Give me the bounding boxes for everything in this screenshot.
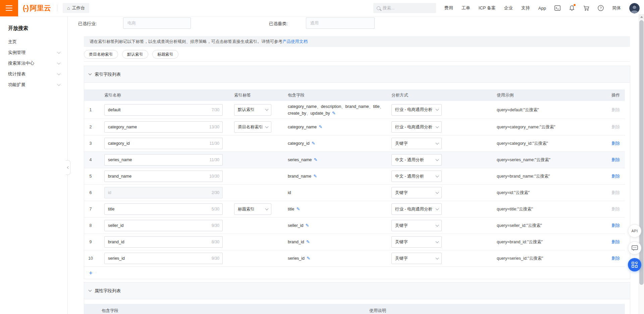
included-fields-text: create_by、update_by [288,111,330,115]
sidebar-item-label: 实例管理 [8,50,25,56]
chevron-down-icon [436,256,439,259]
category-value-input[interactable]: 通用 [306,17,375,29]
edit-icon[interactable]: ✎ [306,239,310,244]
menu-item-icp[interactable]: ICP 备案 [479,5,496,11]
sidebar: 开放搜索 主页实例管理搜索算法中心统计报表功能扩展 [0,16,68,314]
topbar: (-) 阿里云 ⌂ 工作台 搜索... 费用 工单 ICP 备案 企业 支持 A… [0,0,644,16]
analysis-method-select[interactable]: 关键字 [391,236,442,248]
dashboard-icon [632,262,638,268]
index-name-input[interactable] [104,220,223,231]
cart-icon[interactable] [583,5,589,11]
qr-dashboard-floating-button[interactable] [628,258,641,271]
delete-link[interactable]: 删除 [611,157,620,163]
index-table-row-10: 109/30series_id✎关键字query=series_id:"云搜索"… [84,250,625,267]
usage-example: query=title:"云搜索" [497,206,533,212]
index-fields-panel-title: 索引字段列表 [95,71,121,77]
user-avatar[interactable] [629,3,640,13]
edit-icon[interactable]: ✎ [296,206,300,211]
attribute-panel-header[interactable]: 属性字段列表 [84,282,630,299]
col-index-tag: 索引标签 [234,92,251,98]
edit-icon[interactable]: ✎ [307,256,310,261]
index-name-input[interactable] [104,154,223,166]
index-name-input[interactable] [104,171,223,182]
delete-link[interactable]: 删除 [611,174,620,179]
industry-value-input[interactable]: 电商 [123,17,191,29]
chevron-down-icon [57,72,61,75]
index-fields-panel: 索引字段列表 索引名称 索引标签 包含字段 分析方式 使用示例 操作 17/30… [84,66,630,279]
attribute-fields-panel: 属性字段列表 包含字段 使用说明 [84,282,630,314]
tag-pill-0[interactable]: 类目名称索引 [84,50,118,59]
analysis-method-select[interactable]: 关键字 [391,253,442,264]
workbench-button[interactable]: ⌂ 工作台 [63,3,89,13]
index-name-input[interactable] [104,253,223,264]
menu-item-billing[interactable]: 费用 [444,5,453,11]
edit-icon[interactable]: ✎ [313,174,317,179]
scroll-up-button[interactable] [639,14,644,19]
help-icon[interactable]: ? [598,5,604,11]
menu-item-tickets[interactable]: 工单 [462,5,470,11]
analysis-method-select[interactable]: 中文 - 通用分析 [391,154,442,166]
index-name-input[interactable] [104,236,223,248]
tag-pill-2[interactable]: 标题索引 [152,50,178,59]
menu-item-enterprise[interactable]: 企业 [504,5,513,11]
analysis-method-select[interactable]: 关键字 [391,187,442,198]
included-fields-text: seller_id [288,223,304,228]
sidebar-collapse-button[interactable] [66,160,70,175]
aliyun-logo[interactable]: (-) 阿里云 [23,3,51,13]
sidebar-item-0[interactable]: 主页 [0,37,67,47]
delete-link[interactable]: 删除 [611,223,620,229]
edit-icon[interactable]: ✎ [306,223,309,228]
sidebar-item-1[interactable]: 实例管理 [0,47,67,58]
add-field-button[interactable]: + [89,270,93,276]
menu-item-support[interactable]: 支持 [521,5,530,11]
char-count: 9/30 [212,223,219,228]
topbar-search-input[interactable]: 搜索... [373,3,436,13]
sidebar-item-2[interactable]: 搜索算法中心 [0,58,67,69]
index-name-input[interactable] [104,104,223,116]
chevron-down-icon [265,125,269,128]
hint-bar: 请在索引标签列标记以下标签，以生成查询分析规则、排序策略，可点击标签直接生成索引… [84,36,630,47]
analysis-method-select[interactable]: 关键字 [391,220,442,231]
edit-icon[interactable]: ✎ [332,110,336,115]
api-floating-button[interactable]: API [628,224,641,238]
row-number: 3 [86,141,95,146]
index-fields-panel-header[interactable]: 索引字段列表 [84,66,630,83]
delete-link: 删除 [611,124,620,130]
analysis-method-select[interactable]: 行业 - 电商通用分析 [391,104,442,116]
index-tag-select[interactable]: 标题索引 [234,203,271,215]
sidebar-item-label: 功能扩展 [8,82,25,88]
tag-pill-1[interactable]: 默认索引 [122,50,148,59]
analysis-method-select[interactable]: 中文 - 通用分析 [391,171,442,182]
notifications-bell-icon[interactable] [569,5,575,11]
menu-item-app[interactable]: App [538,6,546,11]
index-table-row-9: 98/30brand_id✎关键字query=brand_id:"云搜索"删除 [84,234,625,250]
edit-icon[interactable]: ✎ [314,157,318,162]
cloudshell-terminal-icon[interactable] [554,5,560,11]
edit-icon[interactable]: ✎ [312,141,315,146]
index-name-input[interactable] [104,138,223,149]
sidebar-item-3[interactable]: 统计报表 [0,69,67,79]
doc-link[interactable]: 产品使用文档 [282,39,308,45]
language-switcher[interactable]: 简体 [612,5,621,11]
delete-link[interactable]: 删除 [611,256,620,261]
analysis-method-select[interactable]: 行业 - 电商通用分析 [391,203,442,215]
char-count: 8/30 [212,240,219,244]
row-number: 6 [86,190,95,195]
edit-icon[interactable]: ✎ [319,124,322,129]
analysis-method-select[interactable]: 行业 - 电商通用分析 [391,121,442,133]
analysis-method-value: 关键字 [395,256,408,261]
usage-example: query=brand_name:"云搜索" [497,174,550,179]
index-tag-select[interactable]: 默认索引 [234,104,271,116]
notification-dot [574,4,576,6]
index-name-input[interactable] [104,203,223,215]
sidebar-item-4[interactable]: 功能扩展 [0,79,67,90]
delete-link[interactable]: 删除 [611,141,620,146]
index-name-input[interactable] [104,187,223,198]
hamburger-menu-icon[interactable] [0,0,18,16]
delete-link[interactable]: 删除 [611,239,620,245]
index-tag-select[interactable]: 类目名称索引 [234,121,271,133]
index-fields-table: 索引名称 索引标签 包含字段 分析方式 使用示例 操作 17/30默认索引cat… [84,89,625,279]
feedback-chat-floating-button[interactable] [628,241,641,255]
analysis-method-select[interactable]: 关键字 [391,138,442,149]
index-name-input[interactable] [104,121,223,133]
